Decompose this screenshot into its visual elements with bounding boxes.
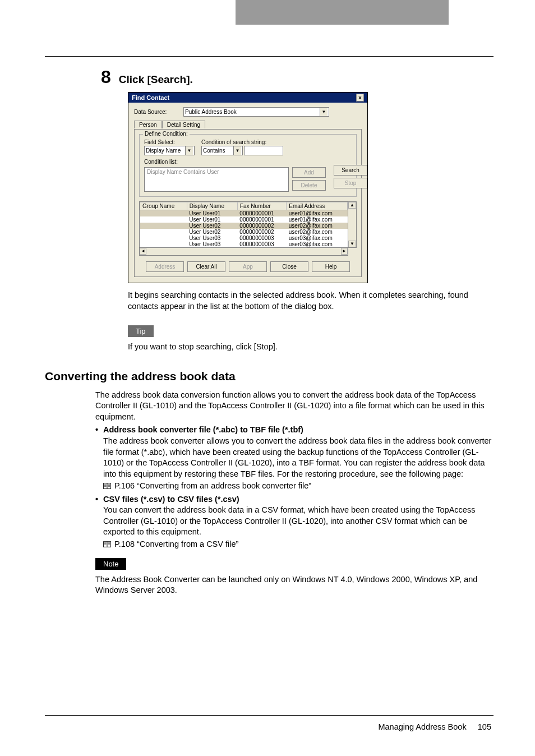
list-item: • CSV files (*.csv) to CSV files (*.csv)… — [95, 494, 494, 550]
step-number: 8 — [101, 67, 111, 87]
chevron-down-icon: ▼ — [320, 108, 328, 116]
footer-section: Managing Address Book — [378, 722, 466, 731]
scroll-up-icon[interactable]: ▲ — [348, 202, 356, 209]
help-button[interactable]: Help — [312, 261, 350, 272]
dialog-screenshot: Find Contact × Data Source: Public Addre… — [128, 92, 494, 283]
stop-button[interactable]: Stop — [334, 178, 367, 188]
book-icon — [103, 483, 111, 489]
col-display[interactable]: Display Name — [187, 202, 237, 210]
book-icon — [103, 541, 111, 547]
page-content: 8 Click [Search]. Find Contact × Data So… — [45, 56, 494, 596]
data-source-label: Data Source: — [134, 109, 178, 115]
condition-list-item: Display Name Contains User — [147, 169, 219, 175]
field-select[interactable]: Display Name ▼ — [144, 146, 195, 155]
table-row[interactable]: User User0100000000001user01@ifax.com — [140, 210, 348, 217]
horizontal-scrollbar[interactable]: ◄ ► — [139, 248, 348, 256]
list-item: • Address book converter file (*.abc) to… — [95, 425, 494, 491]
tab-person[interactable]: Person — [134, 121, 162, 128]
delete-button[interactable]: Delete — [292, 180, 326, 191]
field-select-value: Display Name — [146, 147, 181, 154]
scroll-left-icon[interactable]: ◄ — [140, 248, 146, 255]
section-body: The address book data conversion functio… — [95, 390, 494, 550]
scroll-right-icon[interactable]: ► — [341, 248, 348, 255]
add-button[interactable]: Add — [292, 167, 326, 178]
after-screenshot-text: It begins searching contacts in the sele… — [128, 290, 494, 312]
table-row[interactable]: User User0100000000001user01@ifax.com — [140, 216, 348, 223]
table-row[interactable]: User User0200000000002user02@ifax.com — [140, 229, 348, 235]
condition-value: Contains — [203, 147, 225, 154]
header-gray-block — [236, 0, 449, 25]
col-fax[interactable]: Fax Number — [237, 202, 286, 210]
tab-detail-setting[interactable]: Detail Setting — [162, 121, 205, 128]
bullet-body: You can convert the address book data in… — [103, 505, 494, 538]
reference-link[interactable]: P.108 “Converting from a CSV file” — [103, 539, 494, 550]
results-table[interactable]: Group Name Display Name Fax Number Email… — [139, 201, 348, 248]
find-contact-dialog: Find Contact × Data Source: Public Addre… — [128, 92, 368, 283]
step-title: Click [Search]. — [119, 73, 193, 86]
footer-rule — [45, 715, 494, 716]
search-button[interactable]: Search — [334, 165, 367, 176]
table-row[interactable]: User User0300000000003user03@ifax.com — [140, 235, 348, 241]
dialog-title-text: Find Contact — [132, 94, 169, 101]
reference-text: P.106 “Converting from an address book c… — [114, 481, 311, 492]
col-group[interactable]: Group Name — [140, 202, 187, 210]
tab-panel: Define Condition: Field Select: Display … — [134, 129, 362, 277]
define-condition-fieldset: Define Condition: Field Select: Display … — [139, 134, 357, 197]
clear-all-button[interactable]: Clear All — [187, 261, 225, 272]
fieldset-label: Define Condition: — [143, 131, 190, 137]
condition-select[interactable]: Contains ▼ — [201, 146, 243, 155]
tip-badge: Tip — [128, 325, 154, 337]
dialog-bottom-buttons: Address Clear All App Close Help — [139, 261, 357, 272]
bullet-title: Address book converter file (*.abc) to T… — [103, 425, 494, 436]
address-button[interactable]: Address — [146, 261, 184, 272]
page-footer: Managing Address Book 105 — [378, 722, 491, 731]
data-source-select[interactable]: Public Address Book ▼ — [183, 107, 329, 117]
note-badge: Note — [95, 558, 126, 570]
reference-text: P.108 “Converting from a CSV file” — [114, 539, 238, 550]
search-string-input[interactable] — [244, 146, 283, 155]
step-heading: 8 Click [Search]. — [101, 67, 494, 87]
section-heading: Converting the address book data — [45, 370, 494, 383]
field-select-label: Field Select: — [144, 139, 195, 145]
bullet-dot: • — [95, 494, 103, 550]
condition-list-label: Condition list: — [144, 159, 178, 165]
close-button[interactable]: Close — [270, 261, 308, 272]
section-intro: The address book data conversion functio… — [95, 390, 494, 423]
dialog-titlebar: Find Contact × — [128, 93, 367, 103]
footer-page: 105 — [478, 722, 491, 731]
tip-text: If you want to stop searching, click [St… — [128, 342, 494, 353]
table-row[interactable]: User User0300000000003user03@ifax.com — [140, 241, 348, 247]
scroll-down-icon[interactable]: ▼ — [348, 241, 356, 247]
tab-strip: Person Detail Setting — [134, 120, 362, 128]
condition-label: Condition of search string: — [201, 139, 283, 145]
data-source-value: Public Address Book — [185, 109, 237, 115]
chevron-down-icon: ▼ — [185, 146, 193, 155]
vertical-scrollbar[interactable]: ▲ ▼ — [348, 201, 357, 248]
close-icon[interactable]: × — [356, 94, 364, 102]
bullet-title: CSV files (*.csv) to CSV files (*.csv) — [103, 494, 494, 505]
table-row[interactable]: User User0200000000002user02@ifax.com — [140, 223, 348, 229]
app-button[interactable]: App — [229, 261, 267, 272]
condition-listbox[interactable]: Display Name Contains User — [144, 167, 289, 192]
chevron-down-icon: ▼ — [233, 146, 241, 155]
dialog-body: Data Source: Public Address Book ▼ Perso… — [128, 103, 367, 283]
col-email[interactable]: Email Address — [287, 202, 348, 210]
results-area: Group Name Display Name Fax Number Email… — [139, 201, 357, 248]
top-rule — [45, 56, 494, 57]
bullet-body: The address book converter allows you to… — [103, 436, 494, 480]
reference-link[interactable]: P.106 “Converting from an address book c… — [103, 481, 494, 492]
bullet-dot: • — [95, 425, 103, 491]
note-text: The Address Book Converter can be launch… — [95, 574, 494, 596]
